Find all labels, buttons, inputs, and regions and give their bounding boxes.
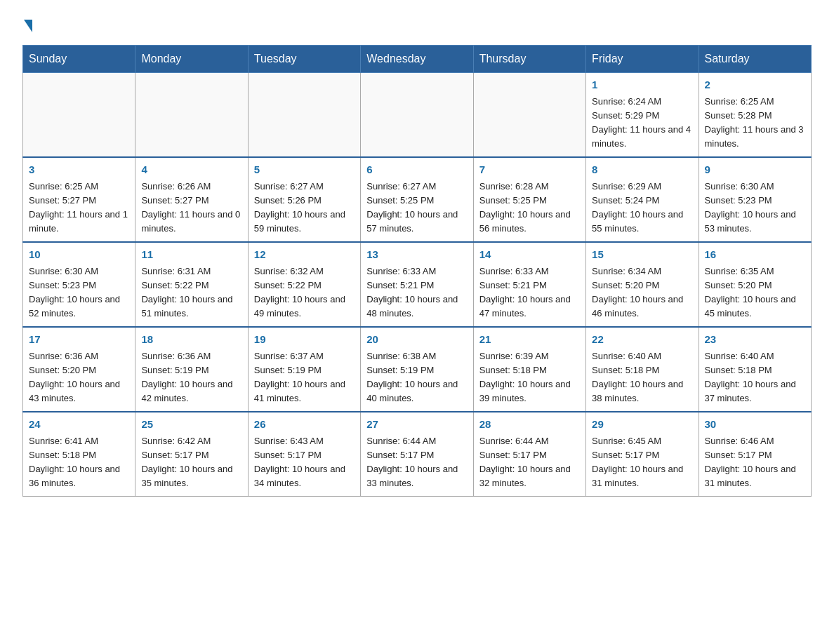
- calendar-cell: 27Sunrise: 6:44 AM Sunset: 5:17 PM Dayli…: [361, 412, 473, 497]
- calendar-cell: 20Sunrise: 6:38 AM Sunset: 5:19 PM Dayli…: [361, 327, 473, 412]
- calendar-cell: [473, 73, 585, 158]
- calendar-cell: 18Sunrise: 6:36 AM Sunset: 5:19 PM Dayli…: [135, 327, 248, 412]
- day-info-text: Sunrise: 6:24 AM Sunset: 5:29 PM Dayligh…: [592, 95, 692, 152]
- calendar-week-row: 17Sunrise: 6:36 AM Sunset: 5:20 PM Dayli…: [23, 327, 812, 412]
- day-info-text: Sunrise: 6:40 AM Sunset: 5:18 PM Dayligh…: [705, 349, 805, 406]
- day-number: 12: [254, 247, 355, 263]
- calendar-week-row: 10Sunrise: 6:30 AM Sunset: 5:23 PM Dayli…: [23, 242, 812, 327]
- day-number: 8: [592, 162, 692, 178]
- day-info-text: Sunrise: 6:29 AM Sunset: 5:24 PM Dayligh…: [592, 180, 692, 236]
- day-info-text: Sunrise: 6:34 AM Sunset: 5:20 PM Dayligh…: [592, 264, 692, 321]
- calendar-week-row: 24Sunrise: 6:41 AM Sunset: 5:18 PM Dayli…: [23, 412, 812, 497]
- day-info-text: Sunrise: 6:41 AM Sunset: 5:18 PM Dayligh…: [29, 434, 129, 491]
- calendar-cell: 13Sunrise: 6:33 AM Sunset: 5:21 PM Dayli…: [361, 242, 473, 327]
- day-number: 20: [366, 332, 467, 348]
- calendar-cell: 16Sunrise: 6:35 AM Sunset: 5:20 PM Dayli…: [699, 242, 811, 327]
- calendar-cell: 29Sunrise: 6:45 AM Sunset: 5:17 PM Dayli…: [586, 412, 699, 497]
- day-number: 26: [254, 417, 355, 433]
- calendar-cell: 1Sunrise: 6:24 AM Sunset: 5:29 PM Daylig…: [586, 73, 699, 158]
- day-info-text: Sunrise: 6:39 AM Sunset: 5:18 PM Dayligh…: [479, 349, 580, 406]
- page-header: [22, 17, 812, 31]
- day-number: 9: [705, 162, 805, 178]
- calendar-header-row: SundayMondayTuesdayWednesdayThursdayFrid…: [23, 46, 812, 73]
- calendar-cell: 14Sunrise: 6:33 AM Sunset: 5:21 PM Dayli…: [473, 242, 585, 327]
- day-info-text: Sunrise: 6:30 AM Sunset: 5:23 PM Dayligh…: [705, 180, 805, 236]
- day-number: 10: [29, 247, 129, 263]
- calendar-cell: 7Sunrise: 6:28 AM Sunset: 5:25 PM Daylig…: [473, 157, 585, 242]
- day-number: 21: [479, 332, 580, 348]
- day-number: 30: [705, 417, 805, 433]
- day-number: 3: [29, 162, 129, 178]
- day-of-week-header: Saturday: [699, 46, 811, 73]
- calendar-cell: 24Sunrise: 6:41 AM Sunset: 5:18 PM Dayli…: [23, 412, 135, 497]
- day-of-week-header: Thursday: [473, 46, 585, 73]
- day-info-text: Sunrise: 6:36 AM Sunset: 5:20 PM Dayligh…: [29, 349, 129, 406]
- day-of-week-header: Friday: [586, 46, 699, 73]
- calendar-cell: 11Sunrise: 6:31 AM Sunset: 5:22 PM Dayli…: [135, 242, 248, 327]
- logo: [22, 17, 32, 31]
- calendar-week-row: 1Sunrise: 6:24 AM Sunset: 5:29 PM Daylig…: [23, 73, 812, 158]
- day-of-week-header: Monday: [135, 46, 248, 73]
- day-info-text: Sunrise: 6:28 AM Sunset: 5:25 PM Dayligh…: [479, 180, 580, 236]
- day-of-week-header: Wednesday: [361, 46, 473, 73]
- calendar-cell: 19Sunrise: 6:37 AM Sunset: 5:19 PM Dayli…: [248, 327, 360, 412]
- day-number: 13: [366, 247, 467, 263]
- calendar-cell: 22Sunrise: 6:40 AM Sunset: 5:18 PM Dayli…: [586, 327, 699, 412]
- day-number: 15: [592, 247, 692, 263]
- calendar-cell: 17Sunrise: 6:36 AM Sunset: 5:20 PM Dayli…: [23, 327, 135, 412]
- day-number: 27: [366, 417, 467, 433]
- calendar-cell: 4Sunrise: 6:26 AM Sunset: 5:27 PM Daylig…: [135, 157, 248, 242]
- calendar-cell: 21Sunrise: 6:39 AM Sunset: 5:18 PM Dayli…: [473, 327, 585, 412]
- day-number: 5: [254, 162, 355, 178]
- calendar-cell: 23Sunrise: 6:40 AM Sunset: 5:18 PM Dayli…: [699, 327, 811, 412]
- day-number: 2: [705, 77, 805, 93]
- day-info-text: Sunrise: 6:44 AM Sunset: 5:17 PM Dayligh…: [366, 434, 467, 491]
- calendar-cell: 6Sunrise: 6:27 AM Sunset: 5:25 PM Daylig…: [361, 157, 473, 242]
- day-info-text: Sunrise: 6:44 AM Sunset: 5:17 PM Dayligh…: [479, 434, 580, 491]
- day-number: 17: [29, 332, 129, 348]
- day-info-text: Sunrise: 6:25 AM Sunset: 5:27 PM Dayligh…: [29, 180, 129, 236]
- day-info-text: Sunrise: 6:26 AM Sunset: 5:27 PM Dayligh…: [141, 180, 241, 236]
- day-info-text: Sunrise: 6:45 AM Sunset: 5:17 PM Dayligh…: [592, 434, 692, 491]
- day-info-text: Sunrise: 6:46 AM Sunset: 5:17 PM Dayligh…: [705, 434, 805, 491]
- calendar-cell: 26Sunrise: 6:43 AM Sunset: 5:17 PM Dayli…: [248, 412, 360, 497]
- day-number: 11: [141, 247, 241, 263]
- day-number: 16: [705, 247, 805, 263]
- day-number: 18: [141, 332, 241, 348]
- day-number: 4: [141, 162, 241, 178]
- day-of-week-header: Sunday: [23, 46, 135, 73]
- calendar-cell: 9Sunrise: 6:30 AM Sunset: 5:23 PM Daylig…: [699, 157, 811, 242]
- calendar-cell: [361, 73, 473, 158]
- calendar-cell: [248, 73, 360, 158]
- day-number: 29: [592, 417, 692, 433]
- day-info-text: Sunrise: 6:33 AM Sunset: 5:21 PM Dayligh…: [366, 264, 467, 321]
- calendar-cell: 3Sunrise: 6:25 AM Sunset: 5:27 PM Daylig…: [23, 157, 135, 242]
- calendar-cell: 25Sunrise: 6:42 AM Sunset: 5:17 PM Dayli…: [135, 412, 248, 497]
- day-number: 7: [479, 162, 580, 178]
- calendar-cell: [23, 73, 135, 158]
- day-info-text: Sunrise: 6:36 AM Sunset: 5:19 PM Dayligh…: [141, 349, 241, 406]
- calendar-cell: 30Sunrise: 6:46 AM Sunset: 5:17 PM Dayli…: [699, 412, 811, 497]
- day-info-text: Sunrise: 6:25 AM Sunset: 5:28 PM Dayligh…: [705, 95, 805, 152]
- calendar-cell: 28Sunrise: 6:44 AM Sunset: 5:17 PM Dayli…: [473, 412, 585, 497]
- calendar-cell: 8Sunrise: 6:29 AM Sunset: 5:24 PM Daylig…: [586, 157, 699, 242]
- day-info-text: Sunrise: 6:38 AM Sunset: 5:19 PM Dayligh…: [366, 349, 467, 406]
- day-info-text: Sunrise: 6:31 AM Sunset: 5:22 PM Dayligh…: [141, 264, 241, 321]
- day-number: 28: [479, 417, 580, 433]
- day-info-text: Sunrise: 6:35 AM Sunset: 5:20 PM Dayligh…: [705, 264, 805, 321]
- day-number: 24: [29, 417, 129, 433]
- calendar-cell: 12Sunrise: 6:32 AM Sunset: 5:22 PM Dayli…: [248, 242, 360, 327]
- day-of-week-header: Tuesday: [248, 46, 360, 73]
- calendar-cell: [135, 73, 248, 158]
- logo-arrow-icon: [24, 20, 32, 32]
- calendar-cell: 5Sunrise: 6:27 AM Sunset: 5:26 PM Daylig…: [248, 157, 360, 242]
- calendar-cell: 15Sunrise: 6:34 AM Sunset: 5:20 PM Dayli…: [586, 242, 699, 327]
- day-number: 6: [366, 162, 467, 178]
- day-number: 22: [592, 332, 692, 348]
- calendar-week-row: 3Sunrise: 6:25 AM Sunset: 5:27 PM Daylig…: [23, 157, 812, 242]
- day-number: 25: [141, 417, 241, 433]
- day-info-text: Sunrise: 6:42 AM Sunset: 5:17 PM Dayligh…: [141, 434, 241, 491]
- day-number: 14: [479, 247, 580, 263]
- day-number: 19: [254, 332, 355, 348]
- calendar-cell: 10Sunrise: 6:30 AM Sunset: 5:23 PM Dayli…: [23, 242, 135, 327]
